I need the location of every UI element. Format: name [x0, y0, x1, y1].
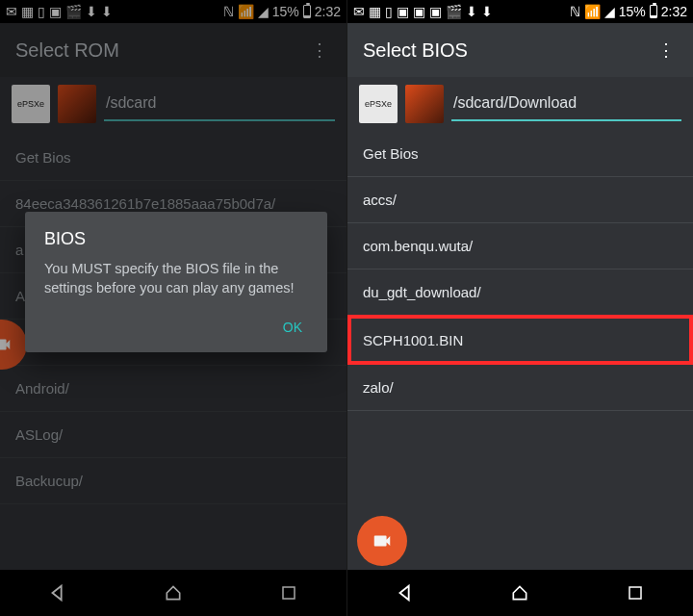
contact-icon: ▣	[429, 5, 442, 18]
sms-icon: ✉	[353, 5, 365, 18]
record-fab-icon[interactable]	[357, 516, 407, 566]
download-icon: ⬇	[481, 5, 493, 18]
list-item[interactable]: com.benqu.wuta/	[347, 223, 693, 270]
nav-recents-icon[interactable]	[606, 579, 664, 606]
list-item[interactable]: zalo/	[347, 365, 693, 411]
path-input[interactable]	[451, 87, 681, 121]
nfc-icon: ℕ	[570, 5, 580, 18]
file-list: Get Bios accs/ com.benqu.wuta/ du_gdt_do…	[347, 131, 693, 570]
battery-icon: ▯	[385, 5, 393, 18]
wifi-icon: 📶	[584, 5, 601, 18]
download-icon: ⬇	[466, 5, 477, 18]
list-item[interactable]: du_gdt_download/	[347, 270, 693, 316]
svg-rect-1	[629, 587, 641, 599]
image-icon: ▣	[413, 5, 425, 18]
overflow-menu-icon[interactable]: ⋮	[654, 41, 678, 59]
app-title: Select BIOS	[363, 39, 468, 62]
dialog-body: You MUST specify the BIOS file in the se…	[44, 259, 308, 298]
battery-glyph-icon	[650, 5, 657, 18]
status-bar: ✉ ▦ ▯ ▣ ▣ ▣ 🎬 ⬇ ⬇ ℕ 📶 ◢ 15% 2:32	[347, 0, 693, 23]
path-bar: ePSXe	[347, 77, 693, 131]
dialog-ok-button[interactable]: OK	[44, 312, 308, 343]
nav-bar	[347, 570, 693, 616]
dialog-title: BIOS	[44, 229, 308, 249]
bios-dialog: BIOS You MUST specify the BIOS file in t…	[25, 212, 327, 352]
thumb-epsxe-icon[interactable]: ePSXe	[359, 85, 398, 123]
grid-icon: ▦	[369, 5, 381, 18]
app-bar: Select BIOS ⋮	[347, 23, 693, 77]
battery-percent: 15%	[619, 5, 646, 18]
nav-back-icon[interactable]	[376, 579, 434, 606]
right-screen: ✉ ▦ ▯ ▣ ▣ ▣ 🎬 ⬇ ⬇ ℕ 📶 ◢ 15% 2:32 Select …	[346, 0, 693, 616]
signal-icon: ◢	[604, 5, 615, 18]
clock: 2:32	[661, 5, 687, 18]
image-icon: ▣	[397, 5, 409, 18]
list-item[interactable]: Get Bios	[347, 131, 693, 177]
thumb-game-icon[interactable]	[405, 85, 444, 123]
list-item[interactable]: accs/	[347, 177, 693, 223]
left-screen: ✉ ▦ ▯ ▣ 🎬 ⬇ ⬇ ℕ 📶 ◢ 15% 2:32 Select ROM …	[0, 0, 346, 616]
list-item-highlighted[interactable]: SCPH1001.BIN	[347, 315, 693, 365]
camera-icon: 🎬	[446, 5, 462, 18]
nav-home-icon[interactable]	[491, 579, 549, 606]
